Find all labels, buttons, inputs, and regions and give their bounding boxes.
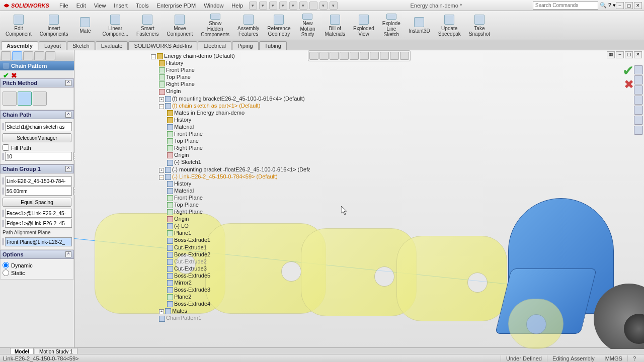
select-icon[interactable]: ▾ <box>299 2 307 10</box>
print-icon[interactable]: ▾ <box>279 2 287 10</box>
tree-node[interactable]: Front Plane <box>151 194 308 201</box>
flyout-feature-tree[interactable]: –Energy chain-demo (Default)HistoryFront… <box>149 50 310 324</box>
open-icon[interactable]: ▾ <box>259 2 267 10</box>
fill-path-checkbox[interactable]: Fill Path <box>3 144 71 151</box>
tree-node[interactable]: Boss-Extrude2 <box>151 251 308 258</box>
tree-node[interactable]: +(f) mounting bracketE26-2_45-100-0-616<… <box>151 95 308 102</box>
ribbon-take-snapshot[interactable]: TakeSnapshot <box>465 12 494 39</box>
taskpane-custom-props-icon[interactable] <box>634 116 643 125</box>
tree-node[interactable]: (-) LO <box>151 222 308 229</box>
vp-max-icon[interactable]: ▢ <box>625 51 633 58</box>
tab-electrical[interactable]: Electrical <box>198 41 231 50</box>
menu-tools[interactable]: Tools <box>132 1 153 10</box>
menu-window[interactable]: Window <box>200 1 227 10</box>
undo-icon[interactable]: ▾ <box>289 2 297 10</box>
prev-view-icon[interactable] <box>330 52 339 60</box>
tree-node[interactable]: (-) Sketch1 <box>151 158 308 165</box>
tree-node[interactable]: Front Plane <box>151 66 308 73</box>
tree-node[interactable]: Origin <box>151 151 308 158</box>
tree-node[interactable]: History <box>151 180 308 187</box>
taskpane-explorer-icon[interactable] <box>634 85 643 95</box>
taskpane-view-palette-icon[interactable] <box>634 96 643 105</box>
section-chain-path[interactable]: Chain Path^ <box>0 110 74 119</box>
tab-layout[interactable]: Layout <box>39 41 66 50</box>
rebuild-icon[interactable] <box>309 2 317 10</box>
help-dropdown-icon[interactable]: ? ▾ <box>608 2 616 9</box>
collapse-icon[interactable]: ^ <box>65 251 71 257</box>
tree-node[interactable]: Cut-Extrude2 <box>151 258 308 265</box>
vp-tile-icon[interactable]: ▦ <box>607 51 615 58</box>
tree-node[interactable]: Top Plane <box>151 137 308 144</box>
graphics-viewport[interactable]: ▦ – ▢ ✕ ✔ ✖ –Energy chain-demo (Default)… <box>74 50 644 349</box>
status-units[interactable]: MMGS <box>600 355 627 361</box>
tree-node[interactable]: History <box>151 116 308 123</box>
hide-show-icon[interactable] <box>370 52 379 60</box>
selection-manager-button[interactable]: SelectionManager <box>3 133 71 142</box>
search-commands-input[interactable] <box>533 2 598 10</box>
zoom-area-icon[interactable] <box>319 52 329 60</box>
pitch-opt-2[interactable] <box>18 92 32 106</box>
pitch-input[interactable] <box>5 187 72 196</box>
expand-icon[interactable]: + <box>159 309 164 314</box>
tab-tubing[interactable]: Tubing <box>259 41 287 50</box>
expand-icon[interactable]: – <box>151 54 156 59</box>
vp-min-icon[interactable]: – <box>616 51 624 58</box>
tree-node[interactable]: –(f) chain sketch as part<1> (Default) <box>151 102 308 109</box>
tree-node[interactable]: History <box>151 59 308 66</box>
settings-icon[interactable]: ▾ <box>330 2 338 10</box>
edge-ref-input[interactable] <box>5 219 72 228</box>
view-settings-icon[interactable] <box>400 52 409 60</box>
ribbon-instant-d[interactable]: Instant3D <box>405 12 434 39</box>
path-input[interactable] <box>5 122 72 131</box>
taskpane-appearances-icon[interactable] <box>634 106 643 115</box>
options-icon[interactable]: ▾ <box>319 2 328 10</box>
tab-assembly[interactable]: Assembly <box>1 41 38 50</box>
tree-node[interactable]: Material <box>151 123 308 130</box>
menu-insert[interactable]: Insert <box>110 1 132 10</box>
tree-node[interactable]: Material <box>151 187 308 194</box>
menu-file[interactable]: File <box>55 1 72 10</box>
tree-node[interactable]: +Mates <box>151 307 308 314</box>
option-dynamic[interactable]: Dynamic <box>3 262 71 268</box>
option-static[interactable]: Static <box>3 269 71 276</box>
instance-count-input[interactable] <box>5 152 72 161</box>
tree-node[interactable]: ChainPattern1 <box>151 314 308 321</box>
ribbon-assembly-features[interactable]: AssemblyFeatures <box>234 12 263 39</box>
property-manager-icon[interactable] <box>12 51 22 60</box>
ribbon-explode-line-sketch[interactable]: ExplodeLineSketch <box>379 12 404 39</box>
tree-node[interactable]: Right Plane <box>151 80 308 87</box>
ribbon-move-component[interactable]: MoveComponent <box>164 12 197 39</box>
tree-node[interactable]: +(-) mounting bracket -floatE26-2_45-100… <box>151 166 308 173</box>
section-pitch-method[interactable]: Pitch Method^ <box>0 78 74 87</box>
expand-icon[interactable]: + <box>159 97 164 102</box>
ribbon-new-motion-study[interactable]: NewMotionStudy <box>295 12 320 39</box>
dimxpert-manager-icon[interactable] <box>34 51 44 60</box>
expand-icon[interactable]: – <box>159 175 164 180</box>
taskpane-resources-icon[interactable] <box>634 65 643 74</box>
collapse-icon[interactable]: ^ <box>65 80 71 86</box>
appearance-icon[interactable] <box>380 52 389 60</box>
tree-node[interactable]: Front Plane <box>151 130 308 137</box>
tree-node[interactable]: –(-) Link-E26-2_45-150-0-784<59> (Defaul… <box>151 173 308 180</box>
tab-evaluate[interactable]: Evaluate <box>96 41 128 50</box>
tab-sketch[interactable]: Sketch <box>67 41 95 50</box>
expand-icon[interactable]: – <box>159 104 164 109</box>
view-orient-icon[interactable] <box>350 52 359 60</box>
search-icon[interactable]: 🔍 <box>600 2 607 9</box>
vp-close-icon[interactable]: ✕ <box>634 51 642 58</box>
ribbon-insert-components[interactable]: InsertComponents <box>36 12 72 39</box>
tree-node[interactable]: Cut-Extrude3 <box>151 265 308 272</box>
tree-node[interactable]: Top Plane <box>151 201 308 208</box>
ribbon-show-hidden-components[interactable]: ShowHiddenComponents <box>197 12 233 39</box>
tree-node[interactable]: Mirror2 <box>151 279 308 286</box>
menu-view[interactable]: View <box>90 1 110 10</box>
ribbon-update-speedpak[interactable]: UpdateSpeedpak <box>435 12 464 39</box>
in-context-ok-icon[interactable]: ✔ <box>622 62 634 79</box>
display-manager-icon[interactable] <box>45 51 55 60</box>
section-view-icon[interactable] <box>340 52 349 60</box>
pitch-opt-3[interactable] <box>33 92 47 106</box>
feature-manager-icon[interactable] <box>1 51 11 60</box>
face-ref-input[interactable] <box>5 209 72 218</box>
tree-node[interactable]: Boss-Extrude5 <box>151 272 308 279</box>
taskpane-library-icon[interactable] <box>634 75 643 84</box>
